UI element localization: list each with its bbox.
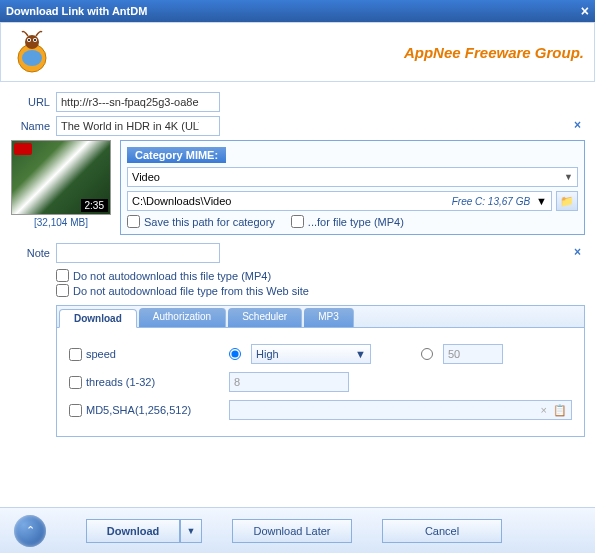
note-label: Note [10, 247, 56, 259]
download-button[interactable]: Download [86, 519, 180, 543]
category-title: Category MIME: [127, 147, 226, 163]
free-space-text: Free C: 13,67 GB [452, 196, 530, 207]
download-dropdown[interactable]: ▼ [180, 519, 202, 543]
threads-checkbox[interactable]: threads (1-32) [69, 376, 219, 389]
path-value: C:\Downloads\Video [132, 195, 231, 207]
chevron-down-icon: ▼ [355, 348, 366, 360]
tab-download[interactable]: Download [59, 309, 137, 328]
speed-preset-radio[interactable] [229, 348, 241, 360]
ant-logo-icon [5, 25, 59, 79]
note-input[interactable] [56, 243, 220, 263]
speed-select[interactable]: High ▼ [251, 344, 371, 364]
svg-point-2 [25, 35, 39, 49]
close-icon[interactable]: × [581, 3, 589, 19]
duration-badge: 2:35 [81, 199, 108, 212]
cancel-button[interactable]: Cancel [382, 519, 502, 543]
brand-text: AppNee Freeware Group. [404, 44, 584, 61]
tab-authorization[interactable]: Authorization [139, 308, 226, 327]
tab-scheduler[interactable]: Scheduler [228, 308, 302, 327]
category-panel: Category MIME: Video ▼ C:\Downloads\Vide… [120, 140, 585, 235]
collapse-button[interactable]: ⌃ [14, 515, 46, 547]
title-bar: Download Link with AntDM × [0, 0, 595, 22]
chevron-down-icon: ▼ [536, 195, 547, 207]
threads-input[interactable] [229, 372, 349, 392]
tab-mp3[interactable]: MP3 [304, 308, 354, 327]
clear-note-icon[interactable]: × [574, 245, 581, 259]
save-path-checkbox[interactable]: Save this path for category [127, 215, 275, 228]
banner: AppNee Freeware Group. [0, 22, 595, 82]
hash-checkbox[interactable]: MD5,SHA(1,256,512) [69, 404, 219, 417]
chevron-down-icon: ▼ [564, 172, 573, 182]
speed-checkbox[interactable]: speed [69, 348, 219, 361]
svg-point-6 [34, 39, 36, 41]
youtube-badge-icon [14, 143, 32, 155]
url-label: URL [10, 96, 56, 108]
video-thumbnail[interactable]: 2:35 [11, 140, 111, 215]
category-value: Video [132, 171, 160, 183]
svg-point-5 [28, 39, 30, 41]
tab-headers: Download Authorization Scheduler MP3 [57, 306, 584, 328]
for-filetype-checkbox[interactable]: ...for file type (MP4) [291, 215, 404, 228]
options-tabs: Download Authorization Scheduler MP3 spe… [56, 305, 585, 437]
category-select[interactable]: Video ▼ [127, 167, 578, 187]
no-autodownload-type-checkbox[interactable]: Do not autodownload this file type (MP4) [56, 269, 585, 282]
url-input[interactable] [56, 92, 220, 112]
bottom-bar: ⌃ Download ▼ Download Later Cancel [0, 507, 595, 553]
hash-input[interactable]: × 📋 [229, 400, 572, 420]
window-title: Download Link with AntDM [6, 5, 147, 17]
speed-custom-input[interactable] [443, 344, 503, 364]
browse-button[interactable]: 📁 [556, 191, 578, 211]
paste-icon[interactable]: 📋 [553, 404, 567, 417]
name-input[interactable] [56, 116, 220, 136]
chevron-down-icon: ▼ [187, 526, 196, 536]
name-row: Name × [10, 116, 585, 136]
chevron-up-icon: ⌃ [26, 524, 35, 537]
download-split-button: Download ▼ [86, 519, 202, 543]
url-row: URL [10, 92, 585, 112]
svg-point-1 [22, 50, 42, 66]
path-select[interactable]: C:\Downloads\Video Free C: 13,67 GB ▼ [127, 191, 552, 211]
no-autodownload-site-checkbox[interactable]: Do not autodownload file type from this … [56, 284, 585, 297]
note-row: Note × [10, 243, 585, 263]
main-panel: URL Name × 2:35 [32,104 MB] Category MIM… [0, 82, 595, 445]
thumbnail-column: 2:35 [32,104 MB] [10, 140, 112, 235]
folder-icon: 📁 [560, 195, 574, 208]
clear-name-icon[interactable]: × [574, 118, 581, 132]
file-size-text: [32,104 MB] [34, 217, 88, 228]
download-later-button[interactable]: Download Later [232, 519, 352, 543]
tab-body-download: speed High ▼ threads (1-32) [57, 328, 584, 436]
name-label: Name [10, 120, 56, 132]
speed-custom-radio[interactable] [421, 348, 433, 360]
clear-hash-icon[interactable]: × [541, 404, 547, 416]
